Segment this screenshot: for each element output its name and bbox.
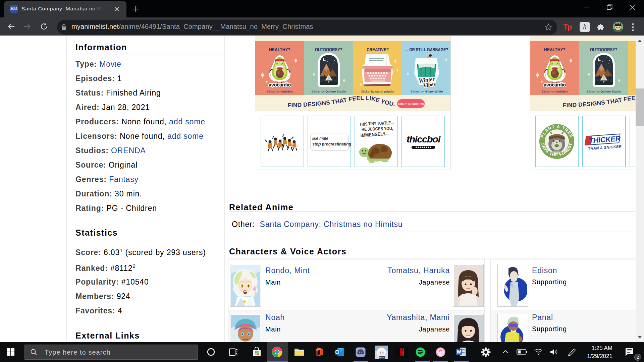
svg-text:CREATIVE?: CREATIVE? bbox=[367, 47, 389, 52]
svg-text:HEALTHY?: HEALTHY? bbox=[269, 47, 290, 52]
svg-text:Vibes: Vibes bbox=[423, 80, 436, 88]
svg-text:thiccboi: thiccboi bbox=[407, 134, 441, 144]
svg-text:HEALTHY?: HEALTHY? bbox=[544, 47, 566, 52]
svg-text:OUTDOORSY?: OUTDOORSY? bbox=[590, 47, 618, 52]
svg-text:... OR STILL GARBAGE?: ... OR STILL GARBAGE? bbox=[405, 47, 448, 52]
svg-text:FIND DESIGNS THAT FEEL LIKE YO: FIND DESIGNS THAT FEEL LIKE YOU. bbox=[563, 95, 636, 109]
svg-text:miHoYo: miHoYo bbox=[378, 357, 384, 359]
svg-text:FanavaClub: FanavaClub bbox=[437, 353, 444, 355]
svg-text:avocardio: avocardio bbox=[269, 82, 291, 87]
svg-text:OUTDOORSY?: OUTDOORSY? bbox=[315, 47, 342, 52]
svg-text:avocardio: avocardio bbox=[544, 82, 566, 87]
svg-text:IMMENSELY...: IMMENSELY... bbox=[360, 131, 389, 138]
svg-text:FIND DESIGNS THAT FEEL LIKE YO: FIND DESIGNS THAT FEEL LIKE YOU. bbox=[288, 95, 396, 109]
svg-text:SHOP STICKERS: SHOP STICKERS bbox=[398, 102, 424, 106]
